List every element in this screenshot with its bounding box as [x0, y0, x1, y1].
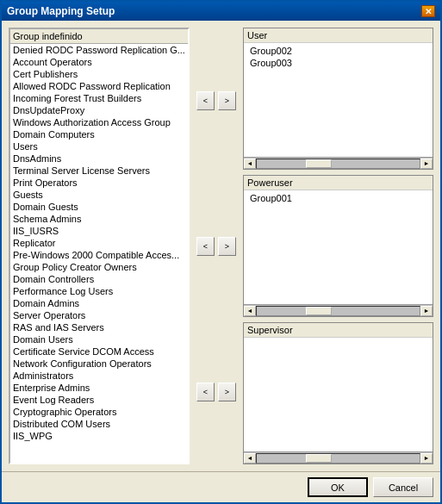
close-button[interactable]: ✕: [421, 5, 435, 17]
user-box: User Group002Group003 ◄ ►: [243, 28, 433, 170]
supervisor-right-button[interactable]: >: [218, 383, 236, 401]
group-list-item[interactable]: RAS and IAS Servers: [10, 321, 188, 333]
supervisor-btn-group: < >: [196, 383, 236, 401]
supervisor-section: Supervisor ◄ ►: [243, 322, 433, 464]
user-list-item[interactable]: Group003: [247, 57, 429, 69]
group-list-item[interactable]: Denied RODC Password Replication G...: [10, 44, 188, 56]
poweruser-scroll-thumb[interactable]: [306, 307, 332, 315]
ok-button[interactable]: OK: [308, 477, 368, 497]
supervisor-scroll-left-btn[interactable]: ◄: [244, 453, 256, 464]
group-list-item[interactable]: Cert Publishers: [10, 68, 188, 80]
group-list-item[interactable]: Windows Authorization Access Group: [10, 116, 188, 128]
group-list-item[interactable]: Enterprise Admins: [10, 382, 188, 394]
group-list-item[interactable]: Performance Log Users: [10, 285, 188, 297]
group-list-item[interactable]: Schema Admins: [10, 213, 188, 225]
poweruser-scroll-left-btn[interactable]: ◄: [244, 306, 256, 316]
supervisor-list[interactable]: [244, 338, 433, 451]
cancel-button[interactable]: Cancel: [373, 477, 433, 497]
group-list-item[interactable]: Group Policy Creator Owners: [10, 261, 188, 273]
group-list-item[interactable]: Certificate Service DCOM Access: [10, 345, 188, 358]
user-section: User Group002Group003 ◄ ►: [243, 28, 433, 170]
window-title: Group Mapping Setup: [7, 5, 115, 17]
user-btn-group: < >: [196, 91, 236, 110]
user-section-label: User: [244, 28, 433, 43]
group-list-item[interactable]: Server Operators: [10, 309, 188, 321]
supervisor-scroll-right-btn[interactable]: ►: [420, 453, 433, 464]
poweruser-section-label: Poweruser: [244, 176, 433, 190]
group-list-item[interactable]: IIS_WPG: [10, 430, 188, 442]
group-list-item[interactable]: Event Log Readers: [10, 394, 188, 406]
poweruser-list[interactable]: Group001: [244, 190, 433, 304]
group-list[interactable]: Denied RODC Password Replication G...Acc…: [10, 44, 188, 463]
group-list-item[interactable]: IIS_IUSRS: [10, 225, 188, 237]
group-list-item[interactable]: Account Operators: [10, 56, 188, 68]
group-list-item[interactable]: Domain Admins: [10, 297, 188, 309]
group-list-item[interactable]: Pre-Windows 2000 Compatible Acces...: [10, 249, 188, 261]
supervisor-scroll-track[interactable]: [256, 453, 420, 464]
group-list-item[interactable]: Domain Users: [10, 333, 188, 345]
user-scroll-thumb[interactable]: [306, 159, 332, 168]
middle-controls: < > < > < >: [195, 28, 238, 464]
user-list[interactable]: Group002Group003: [244, 43, 433, 157]
group-list-item[interactable]: Replicator: [10, 237, 188, 249]
main-content: Group indefinido Denied RODC Password Re…: [2, 21, 440, 471]
group-list-item[interactable]: Cryptographic Operators: [10, 406, 188, 418]
group-list-header: Group indefinido: [10, 29, 188, 44]
supervisor-box: Supervisor ◄ ►: [243, 322, 433, 464]
group-list-item[interactable]: Print Operators: [10, 177, 188, 189]
group-list-item[interactable]: Domain Controllers: [10, 273, 188, 285]
group-list-item[interactable]: Domain Guests: [10, 201, 188, 213]
supervisor-scroll-thumb[interactable]: [306, 454, 332, 463]
user-scroll-track[interactable]: [256, 159, 420, 169]
poweruser-box: Poweruser Group001 ◄ ►: [243, 175, 433, 317]
poweruser-section: Poweruser Group001 ◄ ►: [243, 175, 433, 317]
poweruser-btn-group: < >: [196, 237, 236, 256]
group-list-item[interactable]: Domain Computers: [10, 128, 188, 140]
poweruser-list-item[interactable]: Group001: [247, 192, 429, 204]
user-list-item[interactable]: Group002: [247, 45, 429, 57]
group-list-item[interactable]: Users: [10, 140, 188, 152]
user-right-button[interactable]: >: [218, 91, 236, 110]
poweruser-scroll-track[interactable]: [256, 306, 420, 316]
right-panel: User Group002Group003 ◄ ► Poweruser Grou…: [243, 28, 433, 464]
group-list-item[interactable]: Network Configuration Operators: [10, 358, 188, 370]
group-list-item[interactable]: Distributed COM Users: [10, 418, 188, 430]
group-list-item[interactable]: Allowed RODC Password Replication: [10, 80, 188, 92]
main-window: Group Mapping Setup ✕ Group indefinido D…: [0, 0, 442, 504]
left-panel: Group indefinido Denied RODC Password Re…: [9, 28, 190, 464]
user-scroll-left-btn[interactable]: ◄: [244, 159, 256, 169]
poweruser-scrollbar[interactable]: ◄ ►: [244, 304, 433, 316]
group-list-item[interactable]: DnsAdmins: [10, 152, 188, 165]
group-list-item[interactable]: DnsUpdateProxy: [10, 104, 188, 116]
poweruser-left-button[interactable]: <: [196, 237, 215, 256]
poweruser-right-button[interactable]: >: [218, 237, 236, 256]
poweruser-scroll-right-btn[interactable]: ►: [420, 306, 433, 316]
group-list-container: Group indefinido Denied RODC Password Re…: [9, 28, 190, 464]
group-list-item[interactable]: Incoming Forest Trust Builders: [10, 92, 188, 104]
group-list-item[interactable]: Guests: [10, 189, 188, 201]
supervisor-scrollbar[interactable]: ◄ ►: [244, 451, 433, 464]
user-left-button[interactable]: <: [196, 91, 215, 110]
supervisor-section-label: Supervisor: [244, 323, 433, 338]
title-bar: Group Mapping Setup ✕: [2, 2, 440, 21]
user-scrollbar[interactable]: ◄ ►: [244, 157, 433, 169]
user-scroll-right-btn[interactable]: ►: [420, 159, 433, 169]
group-list-item[interactable]: Administrators: [10, 370, 188, 382]
supervisor-left-button[interactable]: <: [196, 383, 215, 401]
group-list-item[interactable]: Terminal Server License Servers: [10, 165, 188, 177]
footer: OK Cancel: [2, 471, 440, 502]
